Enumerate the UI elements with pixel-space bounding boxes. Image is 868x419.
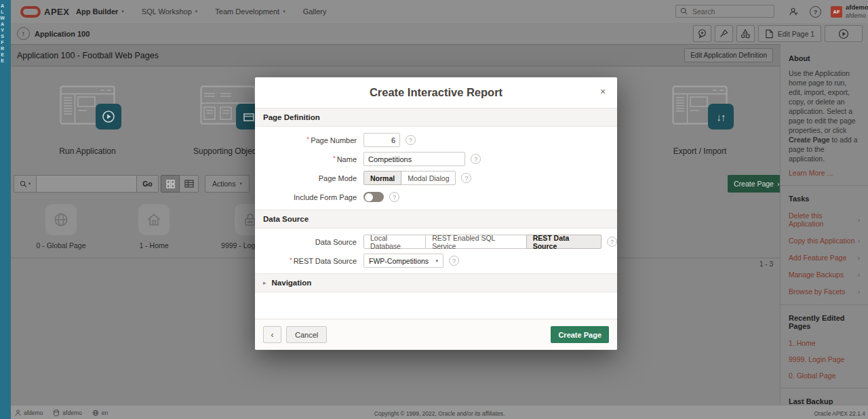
menu-app-builder[interactable]: App Builder ▾ bbox=[76, 7, 124, 16]
cancel-button[interactable]: Cancel bbox=[286, 326, 327, 343]
task-copy-application[interactable]: Copy this Application › bbox=[789, 237, 860, 245]
edit-application-definition-button[interactable]: Edit Application Definition bbox=[684, 48, 773, 62]
include-form-label: Include Form Page bbox=[255, 193, 363, 201]
required-marker: * bbox=[307, 136, 310, 142]
task-add-feature-page[interactable]: Add Feature Page › bbox=[789, 254, 860, 262]
chevron-right-icon: › bbox=[858, 254, 860, 262]
apex-logo-text[interactable]: APEX bbox=[44, 7, 69, 17]
right-sidebar: About Use the Application home page to r… bbox=[780, 44, 868, 405]
view-toggle bbox=[161, 175, 199, 193]
page-mode-modal-dialog[interactable]: Modal Dialog bbox=[401, 171, 456, 185]
ribbon-label: ALWAYSFREE bbox=[0, 3, 11, 64]
data-source-row: Data Source Local Database REST Enabled … bbox=[255, 234, 617, 250]
report-view-button[interactable] bbox=[180, 175, 199, 193]
pages-search-bar: ▾ Go bbox=[14, 175, 159, 193]
create-page-button[interactable]: Create Page bbox=[551, 326, 609, 343]
data-source-rest-enabled-sql[interactable]: REST Enabled SQL Service bbox=[425, 235, 526, 249]
recent-page-home[interactable]: 1. Home bbox=[789, 339, 860, 347]
page-mode-normal[interactable]: Normal bbox=[363, 171, 401, 185]
copyright-text: Copyright © 1999, 2022, Oracle and/or it… bbox=[11, 410, 868, 417]
include-form-toggle[interactable] bbox=[363, 192, 384, 202]
page-definition-form: *Page Number ? *Name ? Page Mode Normal … bbox=[255, 127, 617, 210]
menu-gallery[interactable]: Gallery bbox=[303, 7, 327, 16]
chevron-down-icon: ▾ bbox=[239, 181, 242, 186]
task-browse-by-facets[interactable]: Browse by Facets › bbox=[789, 287, 860, 296]
recent-page-login[interactable]: 9999. Login Page bbox=[789, 355, 860, 363]
run-application-card[interactable]: Run Application bbox=[33, 85, 142, 156]
export-import-label: Export / Import bbox=[646, 146, 754, 156]
page-mode-row: Page Mode Normal Modal Dialog ? bbox=[255, 170, 617, 186]
menu-team-development[interactable]: Team Development ▾ bbox=[215, 7, 285, 16]
search-input[interactable] bbox=[691, 7, 770, 16]
data-source-pills: Local Database REST Enabled SQL Service … bbox=[363, 235, 601, 249]
name-input[interactable] bbox=[363, 152, 465, 166]
top-header: APEX App Builder ▾ SQL Workshop ▾ Team D… bbox=[11, 0, 868, 24]
chevron-right-icon: › bbox=[858, 216, 860, 224]
always-free-ribbon: ALWAYSFREE bbox=[0, 0, 11, 419]
advisor-button[interactable] bbox=[715, 25, 733, 42]
learn-more-link[interactable]: Learn More ... bbox=[789, 169, 860, 177]
close-icon[interactable]: × bbox=[595, 85, 610, 100]
run-app-button[interactable] bbox=[825, 25, 863, 42]
user-info[interactable]: afdemo afdemo bbox=[846, 3, 868, 20]
page-number-label: *Page Number bbox=[255, 136, 363, 144]
data-source-rest-data-source[interactable]: REST Data Source bbox=[526, 235, 601, 249]
chevron-down-icon: ▾ bbox=[435, 258, 438, 264]
page-card-label: 1 - Home bbox=[113, 241, 195, 250]
edit-page-button[interactable]: Edit Page 1 bbox=[758, 25, 821, 42]
footer: afdemo afdemo en Copyright © 1999, 2022,… bbox=[11, 405, 868, 419]
oracle-logo-icon[interactable] bbox=[20, 6, 41, 18]
section-page-definition: Page Definition bbox=[255, 108, 617, 127]
help-icon[interactable]: ? bbox=[389, 192, 399, 202]
page-number-input[interactable] bbox=[363, 133, 400, 147]
apex-app-home: ALWAYSFREE APEX App Builder ▾ SQL Worksh… bbox=[0, 0, 868, 419]
workspace-name: afdemo bbox=[846, 12, 868, 20]
export-import-badge-icon: ↓↑ bbox=[708, 104, 734, 129]
page-mode-label: Page Mode bbox=[255, 174, 363, 182]
export-import-icon: ↓↑ bbox=[672, 85, 728, 125]
export-import-card[interactable]: ↓↑ Export / Import bbox=[646, 85, 754, 156]
page-title: Application 100 - Football Web Pages bbox=[17, 51, 159, 60]
help-icon[interactable]: ? bbox=[810, 6, 821, 18]
shared-components-icon bbox=[740, 28, 751, 39]
breadcrumb[interactable]: Application 100 bbox=[35, 30, 90, 38]
search-options-button[interactable]: ▾ bbox=[14, 175, 37, 193]
create-page-button-toolbar[interactable]: Create Page › bbox=[728, 175, 785, 193]
task-manage-backups[interactable]: Manage Backups › bbox=[789, 271, 860, 279]
sidebar-divider bbox=[781, 185, 868, 186]
recent-pages-title: Recently Edited Pages bbox=[789, 314, 860, 330]
page-mode-pills: Normal Modal Dialog bbox=[363, 171, 456, 185]
data-source-local-database[interactable]: Local Database bbox=[363, 235, 426, 249]
help-icon[interactable]: ? bbox=[449, 256, 459, 266]
toggle-knob bbox=[365, 193, 373, 201]
feedback-button[interactable] bbox=[693, 25, 711, 42]
rest-data-source-select[interactable]: FWP-Competitions ▾ bbox=[363, 254, 443, 268]
shared-components-button[interactable] bbox=[736, 25, 755, 42]
recent-page-global[interactable]: 0. Global Page bbox=[789, 372, 860, 380]
page-card-global[interactable]: 0 - Global Page bbox=[20, 204, 102, 250]
menu-sql-workshop[interactable]: SQL Workshop ▾ bbox=[142, 7, 198, 16]
globe-icon bbox=[45, 204, 77, 235]
main-menu: App Builder ▾ SQL Workshop ▾ Team Develo… bbox=[76, 0, 327, 23]
back-button[interactable]: ‹ bbox=[263, 326, 281, 343]
up-level-button[interactable]: ↑ bbox=[17, 27, 30, 40]
user-avatar[interactable]: AF bbox=[831, 6, 842, 18]
help-icon[interactable]: ? bbox=[406, 135, 416, 145]
up-arrow-icon: ↑ bbox=[22, 29, 26, 37]
icon-view-button[interactable] bbox=[161, 175, 180, 193]
admin-icon[interactable] bbox=[788, 6, 800, 18]
actions-button[interactable]: Actions ▾ bbox=[205, 175, 250, 193]
help-icon[interactable]: ? bbox=[461, 173, 471, 183]
page-card-home[interactable]: 1 - Home bbox=[113, 204, 195, 250]
pages-search-input[interactable] bbox=[37, 175, 137, 193]
go-button[interactable]: Go bbox=[137, 175, 159, 193]
search-icon bbox=[20, 180, 27, 188]
task-delete-application[interactable]: Delete this Application › bbox=[789, 212, 860, 228]
name-label: *Name bbox=[255, 155, 363, 163]
create-interactive-report-dialog: Create Interactive Report × Page Definit… bbox=[255, 77, 617, 350]
section-navigation[interactable]: ▸ Navigation bbox=[255, 273, 617, 292]
rest-data-source-row: *REST Data Source FWP-Competitions ▾ ? bbox=[255, 253, 617, 268]
help-icon[interactable]: ? bbox=[471, 154, 481, 164]
section-data-source: Data Source bbox=[255, 210, 617, 228]
help-icon[interactable]: ? bbox=[607, 237, 617, 247]
